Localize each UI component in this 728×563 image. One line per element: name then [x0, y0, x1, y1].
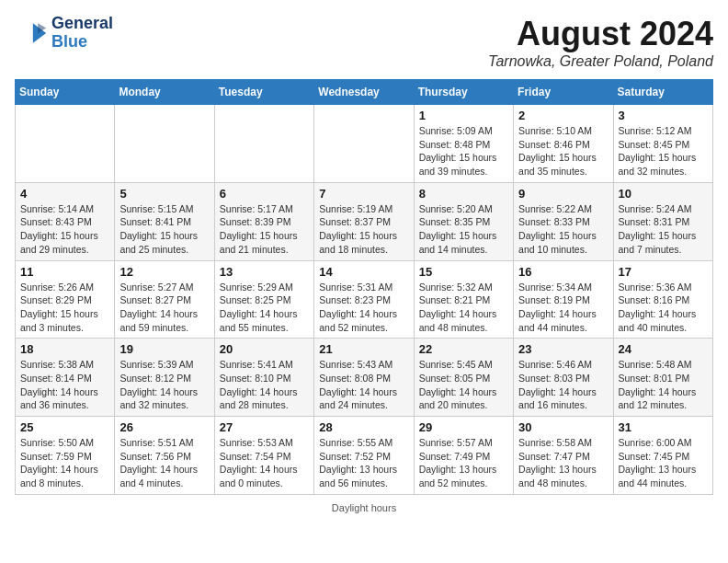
day-number: 1	[419, 109, 508, 122]
footer-note: Daylight hours	[15, 502, 713, 513]
calendar-day-cell: 30Sunrise: 5:58 AM Sunset: 7:47 PM Dayli…	[514, 417, 613, 495]
calendar-day-cell: 1Sunrise: 5:09 AM Sunset: 8:48 PM Daylig…	[414, 105, 513, 183]
day-number: 26	[119, 420, 209, 434]
calendar-day-cell: 16Sunrise: 5:34 AM Sunset: 8:19 PM Dayli…	[514, 260, 613, 339]
day-info: Sunrise: 5:38 AM Sunset: 8:14 PM Dayligh…	[20, 358, 109, 412]
calendar-day-cell: 29Sunrise: 5:57 AM Sunset: 7:49 PM Dayli…	[414, 417, 513, 495]
day-info: Sunrise: 5:45 AM Sunset: 8:05 PM Dayligh…	[419, 358, 508, 412]
calendar-day-cell	[314, 105, 414, 183]
calendar-day-cell: 17Sunrise: 5:36 AM Sunset: 8:16 PM Dayli…	[613, 260, 712, 339]
day-number: 9	[518, 187, 608, 201]
day-number: 31	[619, 420, 708, 434]
day-number: 21	[319, 342, 408, 356]
calendar-day-cell: 23Sunrise: 5:46 AM Sunset: 8:03 PM Dayli…	[514, 339, 613, 417]
day-info: Sunrise: 5:10 AM Sunset: 8:46 PM Dayligh…	[518, 124, 608, 178]
calendar-week-row: 18Sunrise: 5:38 AM Sunset: 8:14 PM Dayli…	[16, 339, 713, 417]
calendar-header-cell: Friday	[514, 80, 613, 105]
day-number: 12	[119, 265, 209, 279]
calendar-day-cell: 22Sunrise: 5:45 AM Sunset: 8:05 PM Dayli…	[414, 339, 513, 417]
day-number: 27	[220, 420, 309, 434]
page-header: General Blue August 2024 Tarnowka, Great…	[15, 15, 713, 70]
day-info: Sunrise: 5:48 AM Sunset: 8:01 PM Dayligh…	[619, 358, 708, 412]
day-info: Sunrise: 5:41 AM Sunset: 8:10 PM Dayligh…	[220, 358, 309, 412]
calendar-day-cell: 25Sunrise: 5:50 AM Sunset: 7:59 PM Dayli…	[16, 417, 115, 495]
calendar-day-cell: 31Sunrise: 6:00 AM Sunset: 7:45 PM Dayli…	[613, 417, 712, 495]
day-number: 24	[619, 342, 708, 356]
day-info: Sunrise: 5:57 AM Sunset: 7:49 PM Dayligh…	[419, 436, 508, 490]
calendar-day-cell: 7Sunrise: 5:19 AM Sunset: 8:37 PM Daylig…	[314, 182, 414, 260]
day-number: 5	[119, 187, 209, 201]
logo-text: General Blue	[51, 15, 113, 52]
day-number: 14	[319, 265, 408, 279]
calendar-header-cell: Tuesday	[214, 80, 313, 105]
day-info: Sunrise: 5:24 AM Sunset: 8:31 PM Dayligh…	[619, 202, 708, 257]
calendar-day-cell: 10Sunrise: 5:24 AM Sunset: 8:31 PM Dayli…	[613, 182, 712, 260]
day-info: Sunrise: 5:27 AM Sunset: 8:27 PM Dayligh…	[119, 281, 209, 335]
calendar-day-cell: 14Sunrise: 5:31 AM Sunset: 8:23 PM Dayli…	[314, 260, 414, 339]
calendar-day-cell: 4Sunrise: 5:14 AM Sunset: 8:43 PM Daylig…	[16, 182, 115, 260]
day-info: Sunrise: 5:51 AM Sunset: 7:56 PM Dayligh…	[119, 436, 209, 490]
day-info: Sunrise: 5:58 AM Sunset: 7:47 PM Dayligh…	[518, 436, 608, 490]
calendar-header-cell: Thursday	[414, 80, 513, 105]
calendar-day-cell: 18Sunrise: 5:38 AM Sunset: 8:14 PM Dayli…	[16, 339, 115, 417]
calendar-body: 1Sunrise: 5:09 AM Sunset: 8:48 PM Daylig…	[16, 105, 713, 495]
day-info: Sunrise: 5:19 AM Sunset: 8:37 PM Dayligh…	[319, 202, 408, 257]
month-title: August 2024	[488, 15, 713, 53]
day-info: Sunrise: 5:20 AM Sunset: 8:35 PM Dayligh…	[419, 202, 508, 257]
calendar-day-cell: 9Sunrise: 5:22 AM Sunset: 8:33 PM Daylig…	[514, 182, 613, 260]
day-number: 13	[220, 265, 309, 279]
calendar-day-cell: 19Sunrise: 5:39 AM Sunset: 8:12 PM Dayli…	[115, 339, 214, 417]
day-info: Sunrise: 5:29 AM Sunset: 8:25 PM Dayligh…	[220, 281, 309, 335]
calendar-header-cell: Monday	[115, 80, 214, 105]
day-number: 7	[319, 187, 408, 201]
day-number: 20	[220, 342, 309, 356]
calendar-table: SundayMondayTuesdayWednesdayThursdayFrid…	[15, 79, 713, 495]
day-info: Sunrise: 5:36 AM Sunset: 8:16 PM Dayligh…	[619, 281, 708, 335]
day-info: Sunrise: 5:53 AM Sunset: 7:54 PM Dayligh…	[220, 436, 309, 490]
day-number: 18	[20, 342, 109, 356]
day-number: 30	[518, 420, 608, 434]
day-info: Sunrise: 5:26 AM Sunset: 8:29 PM Dayligh…	[20, 281, 109, 335]
calendar-day-cell: 27Sunrise: 5:53 AM Sunset: 7:54 PM Dayli…	[214, 417, 313, 495]
day-number: 3	[619, 109, 708, 122]
day-number: 28	[319, 420, 408, 434]
calendar-week-row: 4Sunrise: 5:14 AM Sunset: 8:43 PM Daylig…	[16, 182, 713, 260]
day-number: 4	[20, 187, 109, 201]
day-number: 8	[419, 187, 508, 201]
day-number: 29	[419, 420, 508, 434]
day-info: Sunrise: 5:43 AM Sunset: 8:08 PM Dayligh…	[319, 358, 408, 412]
calendar-day-cell: 28Sunrise: 5:55 AM Sunset: 7:52 PM Dayli…	[314, 417, 414, 495]
day-number: 22	[419, 342, 508, 356]
day-info: Sunrise: 5:22 AM Sunset: 8:33 PM Dayligh…	[518, 202, 608, 257]
calendar-day-cell: 24Sunrise: 5:48 AM Sunset: 8:01 PM Dayli…	[613, 339, 712, 417]
calendar-day-cell: 11Sunrise: 5:26 AM Sunset: 8:29 PM Dayli…	[16, 260, 115, 339]
day-number: 15	[419, 265, 508, 279]
day-number: 2	[518, 109, 608, 122]
day-info: Sunrise: 5:15 AM Sunset: 8:41 PM Dayligh…	[119, 202, 209, 257]
calendar-day-cell: 6Sunrise: 5:17 AM Sunset: 8:39 PM Daylig…	[214, 182, 313, 260]
day-number: 11	[20, 265, 109, 279]
logo-icon	[15, 17, 48, 50]
day-info: Sunrise: 6:00 AM Sunset: 7:45 PM Dayligh…	[619, 436, 708, 490]
day-info: Sunrise: 5:55 AM Sunset: 7:52 PM Dayligh…	[319, 436, 408, 490]
calendar-day-cell	[115, 105, 214, 183]
logo: General Blue	[15, 15, 113, 52]
day-info: Sunrise: 5:50 AM Sunset: 7:59 PM Dayligh…	[20, 436, 109, 490]
day-number: 10	[619, 187, 708, 201]
calendar-day-cell: 12Sunrise: 5:27 AM Sunset: 8:27 PM Dayli…	[115, 260, 214, 339]
day-info: Sunrise: 5:14 AM Sunset: 8:43 PM Dayligh…	[20, 202, 109, 257]
day-number: 19	[119, 342, 209, 356]
calendar-day-cell: 8Sunrise: 5:20 AM Sunset: 8:35 PM Daylig…	[414, 182, 513, 260]
day-number: 23	[518, 342, 608, 356]
calendar-week-row: 11Sunrise: 5:26 AM Sunset: 8:29 PM Dayli…	[16, 260, 713, 339]
calendar-header-cell: Wednesday	[314, 80, 414, 105]
calendar-day-cell: 5Sunrise: 5:15 AM Sunset: 8:41 PM Daylig…	[115, 182, 214, 260]
location-title: Tarnowka, Greater Poland, Poland	[488, 53, 713, 70]
calendar-day-cell	[16, 105, 115, 183]
calendar-day-cell: 2Sunrise: 5:10 AM Sunset: 8:46 PM Daylig…	[514, 105, 613, 183]
calendar-day-cell	[214, 105, 313, 183]
day-number: 16	[518, 265, 608, 279]
calendar-week-row: 1Sunrise: 5:09 AM Sunset: 8:48 PM Daylig…	[16, 105, 713, 183]
calendar-day-cell: 3Sunrise: 5:12 AM Sunset: 8:45 PM Daylig…	[613, 105, 712, 183]
calendar-day-cell: 15Sunrise: 5:32 AM Sunset: 8:21 PM Dayli…	[414, 260, 513, 339]
